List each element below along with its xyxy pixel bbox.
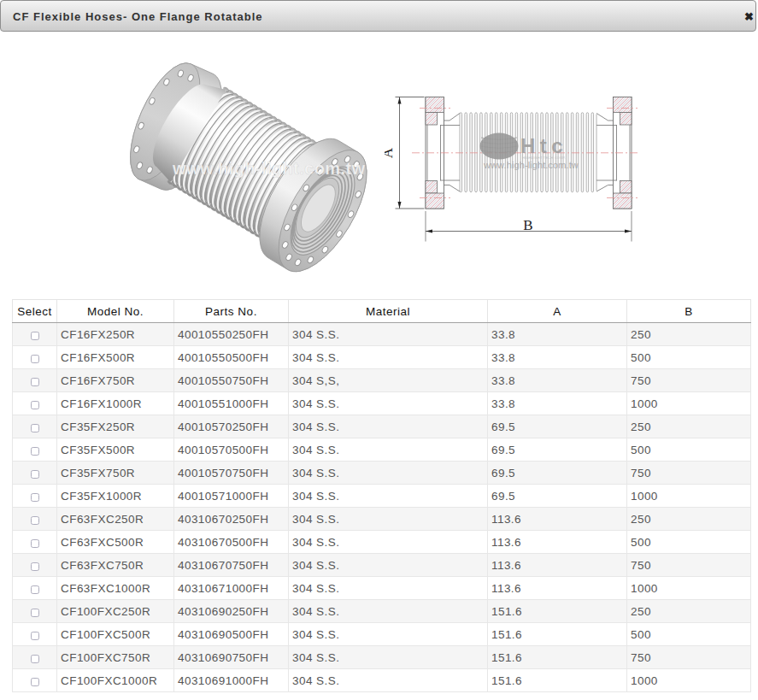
svg-text:www.high-light.com.tw: www.high-light.com.tw bbox=[483, 160, 579, 170]
svg-text:www.high-light.com.tw: www.high-light.com.tw bbox=[172, 159, 365, 178]
svg-text:A: A bbox=[385, 147, 396, 158]
svg-text:B: B bbox=[523, 217, 532, 233]
svg-text:Htc: Htc bbox=[520, 134, 567, 157]
